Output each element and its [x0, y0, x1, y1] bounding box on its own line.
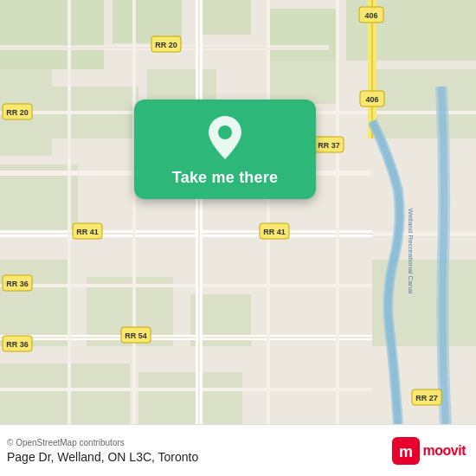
- svg-rect-16: [0, 363, 130, 424]
- svg-text:RR 41: RR 41: [76, 228, 99, 236]
- svg-text:406: 406: [364, 11, 377, 20]
- svg-text:RR 20: RR 20: [6, 108, 29, 117]
- svg-rect-10: [268, 61, 338, 104]
- svg-point-62: [218, 125, 232, 139]
- svg-rect-4: [268, 9, 338, 61]
- svg-text:RR 54: RR 54: [125, 331, 147, 340]
- svg-rect-17: [138, 372, 242, 424]
- svg-text:406: 406: [365, 95, 378, 104]
- moovit-icon: m: [392, 437, 420, 465]
- location-pin-icon: [207, 115, 243, 160]
- moovit-logo[interactable]: m moovit: [392, 437, 466, 465]
- address-text: Page Dr, Welland, ON L3C, Toronto: [7, 450, 198, 464]
- copyright-text: © OpenStreetMap contributors: [7, 438, 198, 447]
- svg-text:RR 20: RR 20: [155, 41, 177, 49]
- take-me-there-button[interactable]: Take me there: [134, 100, 316, 199]
- svg-text:RR 41: RR 41: [263, 228, 286, 236]
- svg-rect-11: [372, 69, 476, 138]
- svg-text:Welland Recreational Canal: Welland Recreational Canal: [407, 208, 415, 293]
- svg-text:RR 27: RR 27: [415, 394, 438, 402]
- svg-text:m: m: [399, 443, 413, 460]
- svg-rect-1: [0, 0, 104, 69]
- svg-text:RR 36: RR 36: [6, 280, 29, 288]
- take-me-there-label: Take me there: [172, 169, 278, 187]
- bottom-bar: © OpenStreetMap contributors Page Dr, We…: [0, 424, 476, 476]
- map-container: Welland Recreational Canal RR 20 RR 20 4…: [0, 0, 476, 424]
- bottom-info: © OpenStreetMap contributors Page Dr, We…: [7, 438, 198, 464]
- svg-text:RR 37: RR 37: [318, 141, 340, 150]
- svg-rect-12: [0, 260, 69, 346]
- svg-text:RR 36: RR 36: [6, 340, 29, 349]
- moovit-label: moovit: [423, 443, 466, 459]
- svg-rect-3: [199, 0, 251, 35]
